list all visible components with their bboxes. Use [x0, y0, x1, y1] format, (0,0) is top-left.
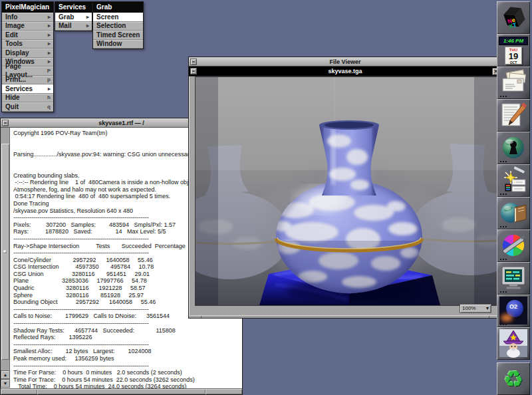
- menu-item-screen[interactable]: Screen: [93, 13, 143, 22]
- menu-item-label: Info: [5, 13, 17, 21]
- menu-item-label: Edit: [5, 31, 18, 39]
- dock-tile-o2[interactable]: O2: [497, 295, 530, 327]
- digital-clock: 1:46 PM: [499, 37, 528, 45]
- popup-arrow-icon: ▾: [486, 305, 489, 313]
- console-line: Time For Trace: 0 hours 54 minutes 22.0 …: [13, 376, 241, 384]
- dock-tile-clock-calendar[interactable]: 1:46 PM THU 19 OCT: [497, 34, 530, 66]
- console-line: Reflected Rays: 1395226: [13, 334, 241, 341]
- dock-tile-reference[interactable]: [497, 197, 530, 229]
- menu-item-quit[interactable]: Quitq: [2, 102, 53, 112]
- scrollbar-knob[interactable]: [1, 144, 9, 360]
- zoom-level-value: 100%: [462, 305, 475, 313]
- menu-item-tools[interactable]: Tools▸: [2, 40, 53, 49]
- resize-segment[interactable]: [37, 389, 205, 394]
- calendar-icon: THU 19 OCT: [505, 47, 522, 65]
- menu-item-image[interactable]: Image▸: [2, 22, 53, 31]
- rendered-image-skyvase: [195, 76, 497, 306]
- running-indicator: [500, 226, 501, 227]
- submenu-arrow-icon: ▸: [48, 49, 51, 57]
- image-window-title: skyvase.tga: [328, 68, 362, 74]
- resize-bar[interactable]: [189, 315, 501, 318]
- wand-form-icon: [499, 166, 528, 195]
- menu-item-display[interactable]: Display▸: [2, 49, 53, 58]
- menu-item-label: Print...: [5, 75, 26, 84]
- next-cube-icon: Ne XT: [499, 3, 528, 32]
- menu-item-grab[interactable]: Grab▸: [55, 13, 92, 22]
- menu-item-mail[interactable]: Mail▸: [55, 22, 92, 31]
- shortcut-key: q: [47, 102, 51, 111]
- calendar-month: OCT: [505, 61, 521, 65]
- menu-item-label: Image: [5, 21, 25, 30]
- submenu-arrow-icon: ▸: [86, 13, 89, 21]
- resize-segment[interactable]: [205, 389, 242, 394]
- menu-item-label: Window: [96, 39, 122, 48]
- image-window-titlebar[interactable]: skyvase.tga ✕: [189, 66, 501, 76]
- scroll-down-button[interactable]: ▼: [1, 379, 10, 388]
- running-indicator: [500, 161, 501, 162]
- submenu-arrow-icon: ▸: [48, 57, 51, 66]
- colorwheel-airbrush-icon: [499, 231, 528, 260]
- console-line: Shadow Ray Tests: 4657744 Succeeded: 115…: [13, 327, 241, 334]
- menu-item-label: Grab: [59, 13, 74, 21]
- file-viewer-window: File Viewer skyvase.tga ✕: [188, 57, 502, 319]
- console-line: Smallest Alloc: 12 bytes Largest: 102400…: [13, 348, 241, 355]
- dock-tile-next[interactable]: Ne XT: [497, 1, 530, 34]
- file-viewer-title: File Viewer: [330, 59, 361, 65]
- dock-tile-paint[interactable]: [497, 229, 530, 262]
- console-line: Time For Parse: 0 hours 0 minutes 2.0 se…: [13, 369, 241, 376]
- resize-segment[interactable]: [1, 389, 37, 394]
- dock-tile-mail[interactable]: [497, 66, 530, 99]
- dock-tile-pixelmagician-wizard[interactable]: [497, 327, 530, 360]
- menu-title[interactable]: PixelMagician: [2, 2, 53, 13]
- resize-bar[interactable]: [1, 388, 242, 394]
- recycle-icon: ♻: [497, 364, 530, 394]
- running-indicator: [500, 324, 501, 325]
- knob-dimple: [3, 250, 7, 253]
- file-viewer-titlebar[interactable]: File Viewer: [189, 57, 501, 66]
- globe-keyhole-icon: [499, 133, 528, 162]
- menu-item-page-layout[interactable]: Page Layout...P: [2, 66, 53, 76]
- vertical-scrollbar[interactable]: [1, 128, 10, 370]
- planet-o2-icon: [499, 296, 528, 325]
- menu-title[interactable]: Grab: [93, 2, 143, 13]
- miniaturize-button[interactable]: [190, 68, 197, 74]
- menu-item-window[interactable]: Window: [93, 40, 143, 49]
- console-line: Total Time: 0 hours 54 minutes 24.0 seco…: [13, 383, 241, 388]
- dock-tile-notes[interactable]: [497, 99, 530, 132]
- running-indicator: [500, 194, 501, 195]
- menu-item-label: Display: [5, 49, 29, 57]
- scroll-up-button[interactable]: ▲: [1, 370, 10, 379]
- miniaturize-button[interactable]: [2, 120, 9, 126]
- menu-item-hide[interactable]: Hideh: [2, 94, 53, 103]
- menu-item-label: Tools: [5, 39, 23, 48]
- console-line: ----------------------------------------…: [13, 320, 241, 327]
- shortcut-key: P: [47, 66, 51, 75]
- dock-tile-create[interactable]: [497, 164, 530, 197]
- running-indicator: [500, 291, 501, 293]
- console-line: ----------------------------------------…: [13, 362, 241, 370]
- submenu-arrow-icon: ▸: [48, 84, 51, 93]
- image-window-frame: 100% ▾: [190, 76, 501, 315]
- submenu-arrow-icon: ▸: [48, 31, 51, 39]
- calendar-day: 19: [505, 53, 521, 61]
- menu-title[interactable]: Services: [55, 2, 92, 13]
- submenu-arrow-icon: ▸: [86, 21, 89, 30]
- zoom-level-popup[interactable]: 100% ▾: [460, 304, 491, 313]
- dock-tile-web-keyhole[interactable]: [497, 132, 530, 164]
- menu-item-selection[interactable]: Selection: [93, 22, 143, 31]
- submenu-arrow-icon: ▸: [48, 21, 51, 30]
- mail-icon: [499, 68, 528, 97]
- dock-tile-recycler[interactable]: ♻: [497, 362, 530, 395]
- menu-item-services[interactable]: Services▸: [2, 84, 53, 94]
- o2-label: O2: [497, 303, 530, 310]
- wizard-icon: [499, 329, 528, 358]
- console-window-title: skyvase1.rtf — /: [98, 120, 144, 126]
- running-indicator: [500, 259, 501, 260]
- menu-item-edit[interactable]: Edit▸: [2, 31, 53, 40]
- miniaturize-button[interactable]: [190, 59, 197, 65]
- skyvase-render: [196, 77, 497, 305]
- menu-item-info[interactable]: Info▸: [2, 13, 53, 22]
- menu-item-timed-screen[interactable]: Timed Screen: [93, 31, 143, 40]
- dock-tile-terminal[interactable]: [497, 262, 530, 295]
- menu-item-label: Selection: [96, 21, 126, 30]
